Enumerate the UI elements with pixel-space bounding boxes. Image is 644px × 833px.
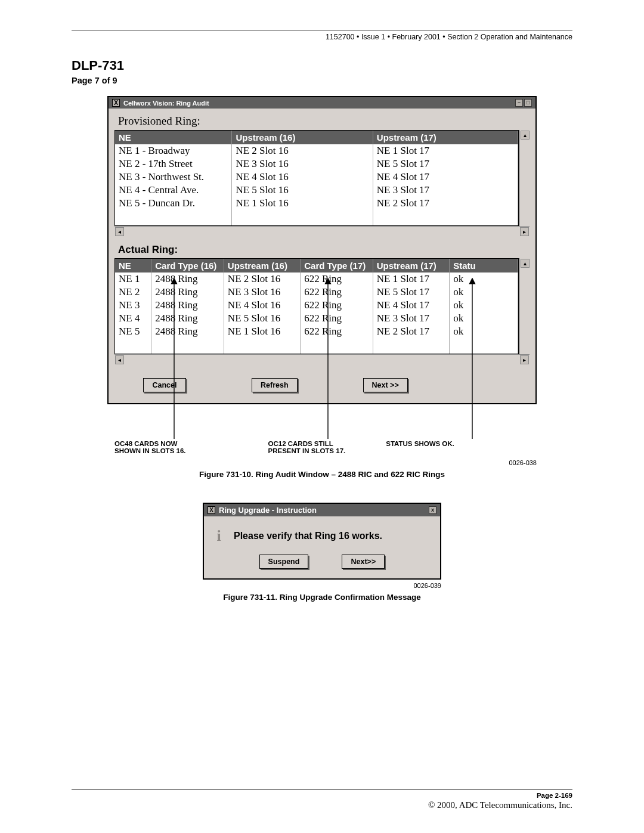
maximize-icon[interactable]: □ [524, 99, 532, 107]
callout-oc48: OC48 CARDS NOW SHOWN IN SLOTS 16. [114, 440, 186, 454]
provisioned-ring-table: NE Upstream (16) Upstream (17) NE 1 - Br… [115, 131, 518, 225]
scroll-left-icon[interactable]: ◂ [115, 355, 124, 364]
running-header: 1152700 • Issue 1 • February 2001 • Sect… [72, 33, 572, 41]
refresh-button[interactable]: Refresh [252, 378, 298, 392]
actual-ring-table: NE Card Type (16) Upstream (16) Card Typ… [115, 259, 518, 354]
horizontal-scrollbar[interactable]: ◂ ▸ [114, 226, 530, 237]
footer-page: Page 2-169 [72, 792, 572, 799]
dialog-next-button[interactable]: Next>> [342, 555, 385, 569]
titlebar: X Cellworx Vision: Ring Audit – □ [109, 97, 535, 109]
figure-caption-1: Figure 731-10. Ring Audit Window – 2488 … [72, 470, 572, 479]
ring-audit-window: X Cellworx Vision: Ring Audit – □ Provis… [107, 96, 537, 404]
footer-copyright: © 2000, ADC Telecommunications, Inc. [72, 800, 572, 810]
figure-caption-2: Figure 731-11. Ring Upgrade Confirmation… [72, 593, 572, 602]
vertical-scrollbar[interactable]: ▴ [519, 258, 530, 365]
callout-status: STATUS SHOWS OK. [386, 440, 454, 454]
scroll-up-icon[interactable]: ▴ [521, 131, 530, 140]
scroll-up-icon[interactable]: ▴ [521, 259, 530, 268]
figure-id-2: 0026-039 [203, 582, 441, 589]
window-title: Cellworx Vision: Ring Audit [123, 100, 209, 107]
info-icon: i [212, 527, 225, 545]
dialog-message: Please verify that Ring 16 works. [234, 531, 382, 541]
ring-upgrade-dialog: X Ring Upgrade - Instruction x i Please … [203, 503, 441, 580]
system-menu-icon[interactable]: X [112, 99, 120, 107]
horizontal-scrollbar[interactable]: ◂ ▸ [114, 354, 530, 365]
suspend-button[interactable]: Suspend [259, 555, 309, 569]
next-button[interactable]: Next >> [363, 378, 408, 392]
vertical-scrollbar[interactable]: ▴ [519, 130, 530, 237]
scroll-right-icon[interactable]: ▸ [520, 227, 529, 236]
figure-id-1: 0026-038 [107, 459, 537, 466]
callout-oc12: OC12 CARDS STILL PRESENT IN SLOTS 17. [268, 440, 346, 454]
close-icon[interactable]: x [429, 506, 436, 514]
minimize-icon[interactable]: – [515, 99, 523, 107]
dlp-code: DLP-731 [72, 58, 572, 73]
cancel-button[interactable]: Cancel [143, 378, 186, 392]
actual-ring-label: Actual Ring: [118, 244, 530, 256]
system-menu-icon[interactable]: X [208, 506, 215, 514]
scroll-left-icon[interactable]: ◂ [115, 227, 124, 236]
scroll-right-icon[interactable]: ▸ [520, 355, 529, 364]
dialog-title: Ring Upgrade - Instruction [219, 506, 317, 515]
page-of: Page 7 of 9 [72, 76, 572, 85]
provisioned-ring-label: Provisioned Ring: [118, 114, 530, 128]
